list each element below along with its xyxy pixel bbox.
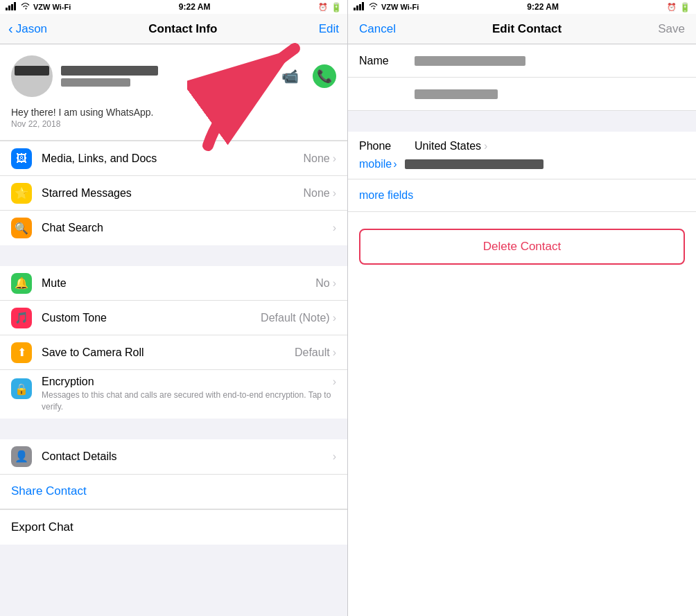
left-carrier-info: VZW Wi-Fi	[6, 2, 71, 12]
encryption-item[interactable]: 🔒 Encryption › Messages to this chat and…	[0, 370, 347, 419]
starred-item-label: Starred Messages	[42, 187, 132, 200]
left-signal-icon	[6, 2, 17, 12]
avatar-redacted-name	[15, 66, 49, 76]
mute-icon: 🔔	[11, 273, 32, 294]
right-carrier-info: VZW Wi-Fi	[354, 2, 419, 12]
chat-search-item[interactable]: 🔍 Chat Search ›	[0, 211, 347, 245]
camera-item-label: Save to Camera Roll	[42, 346, 144, 359]
media-links-docs-item[interactable]: 🖼 Media, Links, and Docs None ›	[0, 141, 347, 176]
mobile-label[interactable]: mobile ›	[359, 158, 397, 170]
starred-item-value: None ›	[303, 187, 336, 200]
mobile-label-text: mobile	[359, 158, 392, 170]
phone-mobile-row: mobile ›	[359, 158, 685, 170]
share-contact-label: Share Contact	[11, 484, 87, 498]
name-section: Name	[348, 44, 696, 111]
chat-search-label: Chat Search	[42, 222, 103, 234]
starred-messages-item[interactable]: ⭐ Starred Messages None ›	[0, 176, 347, 211]
contact-details-section: 👤 Contact Details ›	[0, 439, 347, 474]
right-alarm-icon: ⏰	[667, 3, 677, 12]
svg-rect-0	[6, 8, 8, 10]
mute-item[interactable]: 🔔 Mute No ›	[0, 266, 347, 301]
media-menu-section: 🖼 Media, Links, and Docs None › ⭐ Starre…	[0, 141, 347, 245]
media-item-value: None ›	[303, 152, 336, 165]
message-button[interactable]: 💬	[243, 64, 267, 88]
right-wifi-icon	[368, 2, 379, 12]
encryption-chevron-icon: ›	[333, 376, 336, 388]
encryption-icon: 🔒	[11, 378, 32, 399]
left-page-title: Contact Info	[148, 22, 217, 36]
lock-symbol-icon: 🔒	[15, 382, 28, 396]
more-fields-row: more fields	[348, 179, 696, 212]
search-symbol-icon: 🔍	[15, 222, 28, 235]
settings-menu-section: 🔔 Mute No › 🎵 Custom Tone Defau	[0, 266, 347, 419]
save-camera-item[interactable]: ⬆ Save to Camera Roll Default ›	[0, 335, 347, 370]
delete-contact-button[interactable]: Delete Contact	[359, 229, 685, 265]
custom-tone-item[interactable]: 🎵 Custom Tone Default (Note) ›	[0, 301, 347, 335]
right-carrier-label: VZW Wi-Fi	[381, 3, 419, 11]
contact-details-content: Contact Details ›	[42, 450, 336, 463]
section-divider-2	[0, 419, 347, 439]
star-symbol-icon: ⭐	[15, 186, 28, 200]
right-section-divider-1	[348, 111, 696, 132]
left-time: 9:22 AM	[179, 2, 211, 12]
phone-country: United States	[415, 140, 481, 152]
starred-value-text: None	[303, 187, 329, 200]
svg-rect-7	[359, 4, 361, 10]
name-value-area	[415, 56, 685, 66]
encryption-content: Encryption › Messages to this chat and c…	[42, 376, 336, 413]
contact-action-icons: 💬 📹 📞	[243, 64, 336, 88]
mute-symbol-icon: 🔔	[15, 276, 28, 290]
back-label: Jason	[16, 22, 47, 36]
media-item-content: Media, Links, and Docs None ›	[42, 152, 336, 165]
phone-section: Phone United States › mobile ›	[348, 132, 696, 179]
name-redacted-field-2	[415, 89, 498, 99]
encryption-subtext: Messages to this chat and calls are secu…	[42, 389, 336, 413]
media-item-label: Media, Links, and Docs	[42, 152, 157, 165]
chat-search-content: Chat Search ›	[42, 222, 336, 234]
media-value-text: None	[303, 152, 329, 165]
right-battery-icon: 🔋	[679, 2, 690, 12]
export-chat-item[interactable]: Export Chat	[0, 510, 347, 545]
phone-chevron-icon: ›	[484, 140, 487, 152]
contact-name-redacted-1	[61, 66, 158, 76]
search-icon: 🔍	[11, 218, 32, 238]
contact-status-text: Hey there! I am using WhatsApp.	[11, 107, 153, 118]
left-status-bar: VZW Wi-Fi 9:22 AM ⏰ 🔋	[0, 0, 347, 14]
share-contact-item[interactable]: Share Contact	[0, 475, 347, 509]
media-chevron-icon: ›	[333, 152, 336, 165]
contact-name-area	[61, 66, 158, 87]
contact-name-redacted-2	[61, 78, 130, 87]
mute-item-label: Mute	[42, 277, 67, 290]
tone-item-label: Custom Tone	[42, 312, 107, 324]
right-page-title: Edit Contact	[492, 22, 562, 36]
starred-chevron-icon: ›	[333, 187, 336, 200]
video-button[interactable]: 📹	[278, 64, 302, 88]
tone-symbol-icon: 🎵	[15, 311, 28, 324]
mute-value-text: No	[315, 277, 329, 290]
tone-item-content: Custom Tone Default (Note) ›	[42, 312, 336, 324]
contact-avatar-name	[11, 55, 158, 97]
person-symbol-icon: 👤	[15, 450, 28, 463]
save-button[interactable]: Save	[658, 22, 685, 36]
mute-item-value: No ›	[315, 277, 336, 290]
phone-icon: 📞	[317, 69, 332, 84]
video-icon: 📹	[281, 68, 299, 85]
cancel-button[interactable]: Cancel	[359, 22, 396, 36]
svg-rect-1	[8, 6, 10, 10]
camera-icon: ⬆	[11, 342, 32, 363]
contact-avatar	[11, 55, 53, 97]
mute-item-content: Mute No ›	[42, 277, 336, 290]
camera-item-value: Default ›	[295, 346, 336, 359]
left-carrier-label: VZW Wi-Fi	[33, 3, 71, 11]
contact-details-item[interactable]: 👤 Contact Details ›	[0, 439, 347, 474]
phone-label: Phone	[359, 140, 415, 152]
mobile-chevron-icon: ›	[393, 158, 397, 170]
phone-button[interactable]: 📞	[313, 64, 336, 88]
edit-button[interactable]: Edit	[319, 22, 339, 36]
back-button[interactable]: ‹ Jason	[8, 21, 47, 37]
edit-contact-form: Name Phone United States ›	[348, 44, 696, 616]
more-fields-button[interactable]: more fields	[359, 189, 413, 201]
starred-icon: ⭐	[11, 183, 32, 204]
starred-item-content: Starred Messages None ›	[42, 187, 336, 200]
contact-status-date: Nov 22, 2018	[11, 119, 60, 129]
